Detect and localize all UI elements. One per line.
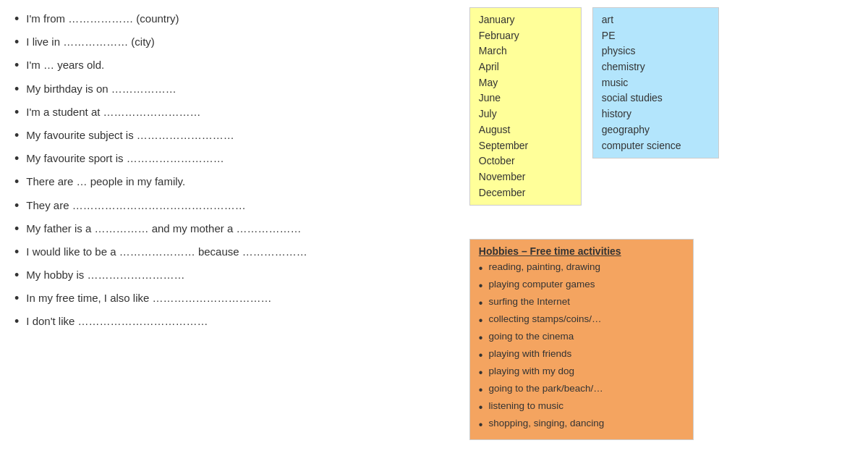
- sentence-item-11: •My hobby is ………………………: [14, 267, 448, 284]
- bullet-5: •: [14, 127, 19, 145]
- month-item-1: February: [479, 28, 572, 44]
- month-item-11: December: [479, 185, 572, 201]
- hobby-text-9: shopping, singing, dancing: [488, 416, 604, 431]
- subject-item-8: computer science: [602, 138, 710, 154]
- hobbies-box: Hobbies – Free time activities •reading,…: [469, 239, 694, 440]
- sentence-text-8: They are …………………………………………: [26, 198, 245, 213]
- hobby-text-1: playing computer games: [488, 277, 595, 292]
- bullet-10: •: [14, 243, 19, 261]
- sentence-text-7: There are … people in my family.: [26, 174, 185, 189]
- hobby-item-6: •playing with my dog: [479, 364, 684, 381]
- page: •I'm from ……………… (country)•I live in …………: [0, 0, 868, 456]
- left-column: •I'm from ……………… (country)•I live in …………: [14, 7, 448, 449]
- subject-item-7: geography: [602, 122, 710, 138]
- sentence-text-10: I would like to be a ………………… because …………: [26, 244, 307, 259]
- bullet-6: •: [14, 150, 19, 168]
- month-item-2: March: [479, 43, 572, 59]
- hobby-text-6: playing with my dog: [488, 364, 574, 379]
- hobby-bullet-2: •: [479, 295, 483, 312]
- sentence-item-5: •My favourite subject is ………………………: [14, 127, 448, 145]
- sentence-list: •I'm from ……………… (country)•I live in …………: [14, 11, 448, 332]
- hobby-item-0: •reading, painting, drawing: [479, 260, 684, 277]
- subject-item-2: physics: [602, 43, 710, 59]
- month-item-8: September: [479, 138, 572, 154]
- subjects-box: artPEphysicschemistrymusicsocial studies…: [592, 7, 719, 159]
- hobby-item-7: •going to the park/beach/…: [479, 381, 684, 399]
- subject-item-6: history: [602, 106, 710, 122]
- sentence-item-2: •I'm … years old.: [14, 57, 448, 75]
- month-item-3: April: [479, 59, 572, 75]
- sentence-item-7: •There are … people in my family.: [14, 174, 448, 191]
- subject-item-5: social studies: [602, 90, 710, 106]
- hobby-text-4: going to the cinema: [488, 329, 574, 344]
- hobby-text-0: reading, painting, drawing: [488, 260, 600, 274]
- sentence-item-4: •I'm a student at ………………………: [14, 104, 448, 122]
- sentence-text-13: I don't like ………………………………: [26, 313, 208, 329]
- sentence-item-0: •I'm from ……………… (country): [14, 11, 448, 28]
- hobby-bullet-3: •: [479, 312, 483, 329]
- hobby-text-8: listening to music: [488, 399, 563, 413]
- hobby-text-2: surfing the Internet: [488, 295, 570, 309]
- hobby-bullet-7: •: [479, 381, 483, 399]
- hobbies-list: •reading, painting, drawing•playing comp…: [479, 260, 684, 434]
- hobby-text-5: playing with friends: [488, 347, 571, 361]
- hobby-bullet-0: •: [479, 260, 483, 277]
- month-item-4: May: [479, 75, 572, 91]
- sentence-item-12: •In my free time, I also like ……………………………: [14, 290, 448, 308]
- months-box: JanuaryFebruaryMarchAprilMayJuneJulyAugu…: [469, 7, 582, 206]
- sentence-text-5: My favourite subject is ………………………: [26, 127, 234, 143]
- hobby-item-8: •listening to music: [479, 399, 684, 416]
- bullet-4: •: [14, 104, 19, 122]
- hobby-item-5: •playing with friends: [479, 347, 684, 364]
- hobby-bullet-4: •: [479, 329, 483, 347]
- sentence-item-8: •They are …………………………………………: [14, 198, 448, 215]
- bullet-0: •: [14, 10, 19, 28]
- month-item-9: October: [479, 153, 572, 169]
- hobby-bullet-5: •: [479, 347, 483, 364]
- sentence-text-12: In my free time, I also like ……………………………: [26, 290, 271, 305]
- sentence-item-13: •I don't like ………………………………: [14, 313, 448, 331]
- hobby-item-2: •surfing the Internet: [479, 295, 684, 312]
- hobby-item-4: •going to the cinema: [479, 329, 684, 347]
- bullet-13: •: [14, 313, 19, 331]
- hobby-item-1: •playing computer games: [479, 277, 684, 295]
- sentence-text-0: I'm from ……………… (country): [26, 11, 179, 26]
- month-item-7: August: [479, 122, 572, 138]
- bullet-12: •: [14, 290, 19, 308]
- right-column: JanuaryFebruaryMarchAprilMayJuneJulyAugu…: [448, 7, 854, 449]
- hobby-item-9: •shopping, singing, dancing: [479, 416, 684, 434]
- subject-item-0: art: [602, 12, 710, 28]
- month-item-0: January: [479, 12, 572, 28]
- bullet-8: •: [14, 197, 19, 215]
- hobby-text-3: collecting stamps/coins/…: [488, 312, 601, 326]
- bullet-9: •: [14, 220, 19, 238]
- sentence-item-6: •My favourite sport is ………………………: [14, 151, 448, 168]
- sentence-text-1: I live in ……………… (city): [26, 34, 155, 49]
- subject-item-4: music: [602, 75, 710, 91]
- sentence-item-3: •My birthday is on ………………: [14, 81, 448, 98]
- bullet-1: •: [14, 33, 19, 51]
- bullet-7: •: [14, 173, 19, 191]
- sentence-item-10: •I would like to be a ………………… because ………: [14, 244, 448, 261]
- hobbies-title: Hobbies – Free time activities: [479, 245, 684, 257]
- sentence-text-2: I'm … years old.: [26, 57, 104, 72]
- month-item-6: July: [479, 106, 572, 122]
- sentence-text-4: I'm a student at ………………………: [26, 104, 200, 119]
- hobby-bullet-9: •: [479, 416, 483, 434]
- sentence-text-11: My hobby is ………………………: [26, 267, 184, 282]
- month-item-5: June: [479, 90, 572, 106]
- month-item-10: November: [479, 169, 572, 185]
- sentence-item-1: •I live in ……………… (city): [14, 34, 448, 51]
- subject-item-3: chemistry: [602, 59, 710, 75]
- sentence-text-3: My birthday is on ………………: [26, 81, 176, 96]
- hobby-bullet-1: •: [479, 277, 483, 295]
- hobby-bullet-8: •: [479, 399, 483, 416]
- sentence-text-6: My favourite sport is ………………………: [26, 151, 224, 166]
- hobby-text-7: going to the park/beach/…: [488, 381, 603, 396]
- bullet-3: •: [14, 80, 19, 98]
- sentence-text-9: My father is a …………… and my mother a …………: [26, 221, 301, 236]
- hobby-item-3: •collecting stamps/coins/…: [479, 312, 684, 329]
- sentence-item-9: •My father is a …………… and my mother a ………: [14, 221, 448, 238]
- subject-item-1: PE: [602, 28, 710, 44]
- bullet-11: •: [14, 266, 19, 284]
